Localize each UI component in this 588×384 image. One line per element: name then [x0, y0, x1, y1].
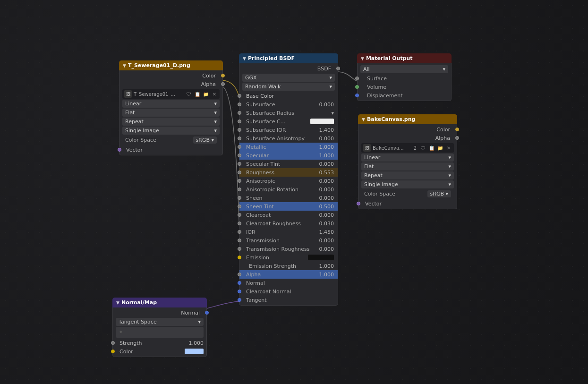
- surface-socket[interactable]: [355, 77, 359, 80]
- nm-color-socket[interactable]: [111, 350, 115, 353]
- ggx-dropdown[interactable]: GGX ▾: [242, 74, 335, 82]
- ior-socket[interactable]: [238, 230, 241, 234]
- bc-color-output-socket[interactable]: [455, 128, 459, 131]
- bc-color-output-label: Color: [436, 127, 450, 133]
- anisotropic-rotation-socket[interactable]: [238, 188, 241, 191]
- bc-extension-y-dropdown[interactable]: Repeat ▾: [361, 171, 454, 179]
- material-output-title: Material Output: [366, 55, 413, 61]
- specular-tint-socket[interactable]: [238, 162, 241, 166]
- subsurface-ior-row: Subsurface IOR 1.400: [239, 126, 338, 134]
- nm-color-label: Color: [119, 349, 133, 355]
- tangent-socket[interactable]: [238, 298, 241, 302]
- normal-map-node: ▼ Normal/Map Normal Tangent Space ▾ • St…: [112, 298, 207, 357]
- extension-x-dropdown[interactable]: Flat ▾: [122, 109, 220, 117]
- bc-copy-icon[interactable]: 📋: [428, 145, 435, 151]
- alpha-output-socket[interactable]: [221, 82, 225, 86]
- bc-interpolation-dropdown[interactable]: Linear ▾: [361, 154, 454, 162]
- nm-strength-label: Strength: [119, 340, 142, 346]
- clearcoat-roughness-socket[interactable]: [238, 222, 241, 225]
- normal-map-title: Normal/Map: [121, 299, 157, 306]
- bc-shield-icon[interactable]: 🛡: [420, 145, 426, 151]
- folder-icon[interactable]: 📁: [203, 91, 209, 97]
- base-color-socket[interactable]: [238, 94, 241, 98]
- interpolation-dropdown[interactable]: Linear ▾: [122, 100, 220, 108]
- nm-space-dropdown[interactable]: Tangent Space ▾: [116, 318, 204, 326]
- vector-input-socket[interactable]: [118, 148, 121, 152]
- principled-bsdf-header: ▼ Principled BSDF: [239, 53, 338, 63]
- nm-color-swatch[interactable]: [185, 349, 204, 354]
- bc-close-icon[interactable]: ✕: [445, 145, 452, 151]
- collapse-arrow[interactable]: ▼: [123, 63, 126, 68]
- bc-alpha-output-socket[interactable]: [455, 136, 459, 140]
- volume-socket[interactable]: [355, 85, 359, 89]
- bc-vector-input-row: Vector: [358, 199, 457, 208]
- image-preview-row: 🖼 T_Sewerage01_... 🛡 📋 📁 ✕: [122, 89, 220, 99]
- copy-icon[interactable]: 📋: [194, 91, 201, 97]
- texture-d-header: ▼ T_Sewerage01_D.png: [119, 60, 223, 70]
- transmission-socket[interactable]: [238, 239, 241, 242]
- specular-socket[interactable]: [238, 154, 241, 157]
- bc-alpha-output-label: Alpha: [435, 135, 450, 141]
- close-icon[interactable]: ✕: [211, 91, 218, 97]
- base-color-row: Base Color: [239, 92, 338, 100]
- color-output-label: Color: [202, 73, 216, 79]
- principled-bsdf-node: ▼ Principled BSDF BSDF GGX ▾ Random Walk…: [239, 53, 338, 306]
- clearcoat-normal-socket[interactable]: [238, 290, 241, 293]
- bc-source-dropdown[interactable]: Single Image ▾: [361, 180, 454, 188]
- alpha-input-socket[interactable]: [238, 273, 241, 276]
- emission-strength-row: Emission Strength 1.000: [239, 262, 338, 270]
- subsurface-ior-socket[interactable]: [238, 128, 241, 132]
- bc-extension-x-dropdown[interactable]: Flat ▾: [361, 162, 454, 171]
- specular-row: Specular 1.000: [239, 151, 338, 160]
- base-color-label: Base Color: [243, 93, 274, 99]
- color-space-dropdown[interactable]: sRGB ▾: [193, 137, 217, 144]
- sheen-tint-socket[interactable]: [238, 205, 241, 208]
- preview-icon: 🖼: [124, 90, 132, 98]
- emission-socket[interactable]: [238, 256, 241, 259]
- bake-canvas-node: ▼ BakeCanvas.png Color Alpha 🖼 BakeCanva…: [358, 114, 457, 209]
- nm-strength-socket[interactable]: [111, 341, 115, 345]
- subsurface-socket[interactable]: [238, 102, 241, 106]
- roughness-socket[interactable]: [238, 171, 241, 174]
- normal-map-body: Normal Tangent Space ▾ • Strength 1.000 …: [112, 307, 207, 357]
- collapse-arrow-nm[interactable]: ▼: [116, 300, 119, 305]
- anisotropic-row: Anisotropic 0.000: [239, 177, 338, 185]
- transmission-row: Transmission 0.000: [239, 236, 338, 245]
- displacement-input-row: Displacement: [358, 91, 451, 100]
- bc-folder-icon[interactable]: 📁: [437, 145, 443, 151]
- subsurface-color-row: Subsurface C...: [239, 117, 338, 126]
- subsurface-anisotropy-socket[interactable]: [238, 137, 241, 140]
- bsdf-output-row: BSDF: [239, 64, 338, 73]
- bc-vector-input-socket[interactable]: [357, 202, 360, 205]
- subsurface-anisotropy-row: Subsurface Anisotropy 0.000: [239, 134, 338, 143]
- collapse-arrow-bsdf[interactable]: ▼: [243, 56, 246, 61]
- nm-dot-row: •: [116, 327, 204, 338]
- all-dropdown[interactable]: All ▾: [360, 65, 448, 73]
- subsurface-color-swatch[interactable]: [310, 119, 334, 124]
- metallic-socket[interactable]: [238, 145, 241, 149]
- anisotropic-socket[interactable]: [238, 179, 241, 183]
- extension-y-dropdown[interactable]: Repeat ▾: [122, 118, 220, 126]
- bc-color-space-dropdown[interactable]: sRGB ▾: [427, 190, 451, 197]
- normal-input-socket[interactable]: [238, 281, 241, 285]
- transmission-roughness-socket[interactable]: [238, 247, 241, 251]
- subsurface-color-socket[interactable]: [238, 119, 241, 123]
- emission-color-swatch[interactable]: [308, 255, 334, 260]
- normal-output-socket[interactable]: [205, 311, 209, 315]
- texture-d-node: ▼ T_Sewerage01_D.png Color Alpha 🖼 T_Sew…: [119, 60, 223, 155]
- sheen-socket[interactable]: [238, 196, 241, 200]
- displacement-socket[interactable]: [355, 94, 359, 97]
- collapse-arrow-mo[interactable]: ▼: [361, 56, 364, 61]
- subsurface-radius-socket[interactable]: [238, 111, 241, 115]
- collapse-arrow-bc[interactable]: ▼: [362, 117, 365, 122]
- shield-icon[interactable]: 🛡: [186, 91, 192, 97]
- sheen-row: Sheen 0.000: [239, 194, 338, 202]
- sss-method-dropdown[interactable]: Random Walk ▾: [242, 83, 335, 91]
- bsdf-output-socket[interactable]: [336, 67, 340, 70]
- bc-vector-label: Vector: [365, 201, 382, 207]
- metallic-row: Metallic 1.000: [239, 143, 338, 151]
- volume-label: Volume: [364, 84, 386, 90]
- clearcoat-socket[interactable]: [238, 213, 241, 217]
- color-output-socket[interactable]: [221, 74, 225, 77]
- source-dropdown[interactable]: Single Image ▾: [122, 127, 220, 135]
